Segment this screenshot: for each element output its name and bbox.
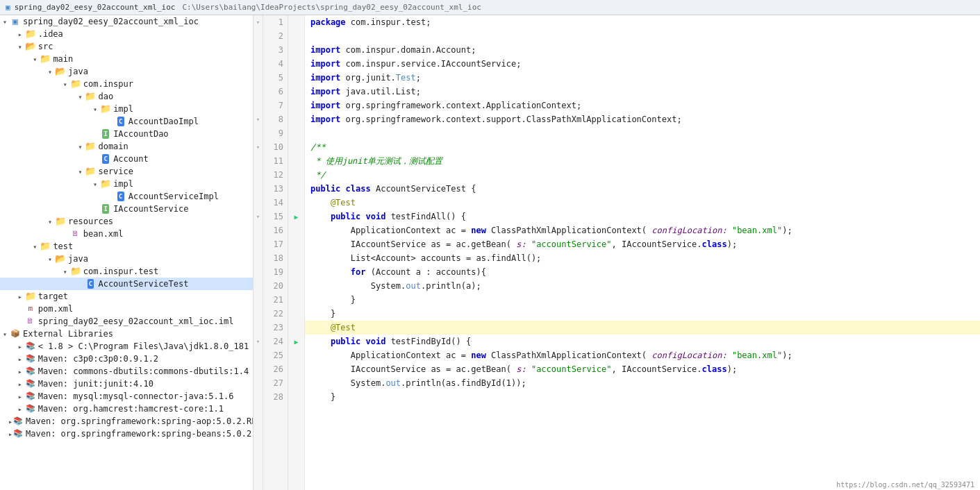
tree-arrow[interactable]: ▾ <box>0 18 10 26</box>
indent-spacer <box>45 267 60 276</box>
tree-arrow[interactable]: ▾ <box>30 243 40 251</box>
fold-cell[interactable]: ▾ <box>254 210 263 223</box>
code-token-normal: System. <box>310 376 385 390</box>
sidebar-item-junit[interactable]: ▸📚Maven: junit:junit:4.10 <box>0 378 253 390</box>
tree-arrow[interactable]: ▾ <box>75 143 85 151</box>
code-editor[interactable]: package com.inspur.test; import com.insp… <box>305 15 980 490</box>
sidebar-item-commons-dbutils[interactable]: ▸📚Maven: commons-dbutils:commons-dbutils… <box>0 365 253 378</box>
sidebar-item-IAccountDao[interactable]: IIAccountDao <box>0 128 253 140</box>
sidebar-item-spring-aop[interactable]: ▸📚Maven: org.springframework:spring-aop:… <box>0 415 253 428</box>
tree-label: < 1.8 > C:\Program Files\Java\jdk1.8.0_1… <box>38 341 249 351</box>
code-line: import org.springframework.context.Appli… <box>305 99 980 112</box>
tree-arrow[interactable]: ▸ <box>15 380 25 388</box>
tree-icon-interface: I <box>100 128 111 140</box>
sidebar-item-service[interactable]: ▾📁service <box>0 165 253 178</box>
indent-spacer <box>30 117 45 126</box>
tree-label: dao <box>98 92 113 101</box>
sidebar-item-test[interactable]: ▾📁test <box>0 240 253 253</box>
sidebar-item-domain[interactable]: ▾📁domain <box>0 140 253 153</box>
gutter-cell[interactable]: ▶ <box>288 210 304 223</box>
sidebar-item-bean.xml[interactable]: 🗎bean.xml <box>0 228 253 240</box>
sidebar-item-src[interactable]: ▾📂src <box>0 40 253 53</box>
sidebar-item-mysql[interactable]: ▸📚Maven: mysql:mysql-connector-java:5.1.… <box>0 390 253 403</box>
sidebar-item-Account[interactable]: CAccount <box>0 153 253 165</box>
code-line <box>305 29 980 43</box>
sidebar-item-c3p0[interactable]: ▸📚Maven: c3p0:c3p0:0.9.1.2 <box>0 353 253 365</box>
fold-cell[interactable]: ▾ <box>254 15 263 29</box>
sidebar-item-impl_dao[interactable]: ▾📁impl <box>0 103 253 115</box>
tree-arrow[interactable]: ▸ <box>15 343 25 350</box>
tree-arrow[interactable]: ▸ <box>15 31 25 38</box>
tree-arrow[interactable]: ▾ <box>45 68 55 76</box>
gutter-cell <box>288 307 304 321</box>
tree-arrow[interactable]: ▾ <box>0 330 10 338</box>
tree-arrow[interactable]: ▾ <box>60 268 70 276</box>
line-number: 7 <box>267 99 283 112</box>
tree-arrow[interactable]: ▾ <box>15 43 25 51</box>
tree-arrow[interactable]: ▸ <box>15 405 25 413</box>
tree-arrow[interactable]: ▸ <box>15 393 25 400</box>
indent-spacer <box>0 416 8 426</box>
tree-arrow[interactable]: ▾ <box>45 218 55 226</box>
sidebar-item-java_test[interactable]: ▾📂java <box>0 253 253 265</box>
sidebar-item-root[interactable]: ▾▣spring_day02_eesy_02account_xml_ioc <box>0 15 253 28</box>
sidebar-item-main[interactable]: ▾📁main <box>0 53 253 65</box>
tree-icon-module-file: 🗎 <box>25 316 36 327</box>
sidebar-item-hamcrest[interactable]: ▸📚Maven: org.hamcrest:hamcrest-core:1.1 <box>0 403 253 415</box>
sidebar-item-target[interactable]: ▸📁target <box>0 290 253 303</box>
line-number: 14 <box>267 196 283 210</box>
tree-arrow[interactable]: ▸ <box>15 355 25 363</box>
sidebar-item-impl_svc[interactable]: ▾📁impl <box>0 178 253 190</box>
fold-cell[interactable]: ▾ <box>254 140 263 154</box>
gutter-cell[interactable]: ▶ <box>288 335 304 348</box>
code-token-normal <box>526 362 531 376</box>
tree-arrow[interactable]: ▾ <box>90 105 100 113</box>
code-token-cmt: */ <box>310 168 326 182</box>
sidebar-item-jdk[interactable]: ▸📚< 1.8 > C:\Program Files\Java\jdk1.8.0… <box>0 340 253 353</box>
indent-spacer <box>0 92 15 101</box>
indent-spacer <box>0 354 15 364</box>
tree-icon-ext: 📦 <box>10 328 21 339</box>
tree-arrow[interactable]: ▸ <box>15 293 25 301</box>
indent-spacer <box>0 154 15 164</box>
code-line: @Test <box>305 321 980 335</box>
indent-spacer <box>15 67 31 76</box>
sidebar-item-AccountServiceTest[interactable]: CAccountServiceTest <box>0 278 253 290</box>
fold-cell[interactable]: ▾ <box>254 112 263 126</box>
sidebar-item-spring-beans[interactable]: ▸📚Maven: org.springframework:spring-bean… <box>0 428 253 440</box>
indent-spacer <box>30 217 45 226</box>
line-number: 17 <box>267 237 283 251</box>
indent-spacer <box>45 167 60 176</box>
tree-arrow[interactable]: ▾ <box>45 255 55 263</box>
sidebar-item-resources[interactable]: ▾📁resources <box>0 215 253 228</box>
line-number: 3 <box>267 43 283 57</box>
sidebar-item-IAccountService[interactable]: IIAccountService <box>0 203 253 215</box>
sidebar-item-com.inspur[interactable]: ▾📁com.inspur <box>0 78 253 90</box>
code-token-normal: org.springframework.context.support.Clas… <box>340 112 681 126</box>
sidebar-item-ext-libs[interactable]: ▾📦External Libraries <box>0 328 253 340</box>
code-token-normal <box>360 210 365 223</box>
sidebar-item-java[interactable]: ▾📂java <box>0 65 253 78</box>
tree-label: resources <box>68 217 113 226</box>
sidebar-item-idea[interactable]: ▸📁.idea <box>0 28 253 40</box>
sidebar-item-AccountDaoImpl[interactable]: CAccountDaoImpl <box>0 115 253 128</box>
sidebar-item-AccountServiceImpl[interactable]: CAccountServiceImpl <box>0 190 253 203</box>
tree-arrow[interactable]: ▾ <box>75 168 85 176</box>
tree-icon-folder: 📁 <box>25 291 36 302</box>
sidebar-item-dao[interactable]: ▾📁dao <box>0 90 253 103</box>
gutter-cell <box>288 57 304 71</box>
code-token-normal: AccountServiceTest { <box>371 182 476 196</box>
code-token-kw: class <box>702 362 727 376</box>
sidebar-item-pom.xml[interactable]: mpom.xml <box>0 303 253 315</box>
indent-spacer <box>15 79 31 89</box>
tree-arrow[interactable]: ▾ <box>75 93 85 101</box>
tree-arrow[interactable]: ▾ <box>60 81 70 88</box>
fold-cell[interactable]: ▾ <box>254 335 263 348</box>
tree-icon-folder-src: 📂 <box>55 66 66 77</box>
tree-arrow[interactable]: ▸ <box>15 368 25 375</box>
gutter-cell <box>288 182 304 196</box>
tree-arrow[interactable]: ▾ <box>90 180 100 188</box>
tree-arrow[interactable]: ▾ <box>30 56 40 63</box>
sidebar-item-spring_day02_iml[interactable]: 🗎spring_day02_eesy_02account_xml_ioc.iml <box>0 315 253 328</box>
sidebar-item-com.inspur.test[interactable]: ▾📁com.inspur.test <box>0 265 253 278</box>
